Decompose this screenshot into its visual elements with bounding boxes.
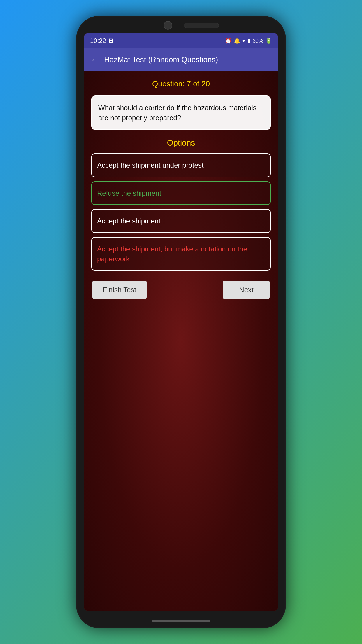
option-3[interactable]: Accept the shipment (91, 209, 271, 233)
home-bar (152, 620, 210, 622)
option-4-text: Accept the shipment, but make a notation… (97, 245, 247, 263)
option-4[interactable]: Accept the shipment, but make a notation… (91, 237, 271, 271)
app-title: HazMat Test (Random Questions) (104, 55, 218, 64)
phone-screen: 10:22 🖼 ⏰ 🔔 ▾ ▮ 39% 🔋 ← HazMat Test (Ran… (84, 33, 278, 611)
option-1[interactable]: Accept the shipment under protest (91, 153, 271, 177)
option-2[interactable]: Refuse the shipment (91, 181, 271, 205)
wifi-icon: ▾ (242, 38, 245, 44)
option-2-text: Refuse the shipment (97, 189, 161, 197)
bell-icon: 🔔 (234, 38, 240, 44)
battery-label: 39% (253, 38, 263, 44)
time-label: 10:22 (90, 37, 106, 45)
content-area: Question: 7 of 20 What should a carrier … (84, 71, 278, 611)
battery-icon: 🔋 (266, 38, 272, 44)
button-row: Finish Test Next (91, 281, 271, 299)
options-label: Options (91, 138, 271, 148)
question-counter: Question: 7 of 20 (91, 79, 271, 88)
photo-icon: 🖼 (108, 38, 114, 44)
finish-test-button[interactable]: Finish Test (92, 281, 147, 299)
option-3-text: Accept the shipment (97, 217, 160, 225)
app-bar: ← HazMat Test (Random Questions) (84, 48, 278, 71)
back-button[interactable]: ← (90, 54, 99, 65)
question-text: What should a carrier do if the hazardou… (98, 104, 256, 122)
phone-camera (164, 21, 172, 30)
status-bar: 10:22 🖼 ⏰ 🔔 ▾ ▮ 39% 🔋 (84, 33, 278, 48)
option-1-text: Accept the shipment under protest (97, 161, 204, 169)
phone-device: 10:22 🖼 ⏰ 🔔 ▾ ▮ 39% 🔋 ← HazMat Test (Ran… (76, 16, 286, 628)
status-icons: ⏰ 🔔 ▾ ▮ 39% 🔋 (225, 38, 272, 44)
phone-speaker (184, 23, 219, 28)
status-time: 10:22 🖼 (90, 37, 114, 45)
next-button[interactable]: Next (223, 281, 270, 299)
alarm-icon: ⏰ (225, 38, 231, 44)
question-box: What should a carrier do if the hazardou… (91, 95, 271, 130)
signal-icon: ▮ (247, 38, 250, 44)
